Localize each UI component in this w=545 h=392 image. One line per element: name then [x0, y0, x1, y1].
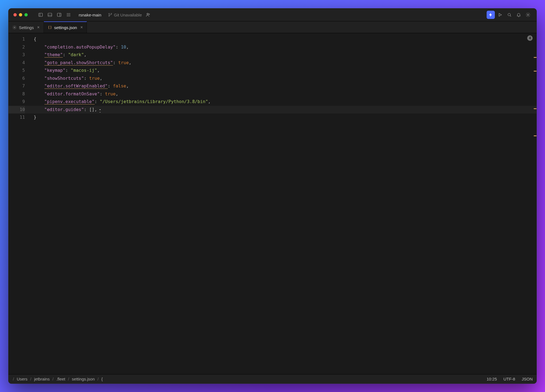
code-line[interactable]: "goto_panel.showShortcuts": true,: [28, 59, 537, 67]
grid-icon: [66, 12, 71, 17]
tab-label: settings.json: [54, 25, 77, 30]
tab-label: Settings: [19, 25, 34, 30]
close-window-button[interactable]: [13, 13, 17, 16]
warning-marker[interactable]: [534, 135, 537, 136]
code-line[interactable]: "editor.guides": [],: [28, 106, 537, 114]
code-line[interactable]: "showShortcuts": true,: [28, 75, 537, 83]
cursor-position[interactable]: 10:25: [487, 377, 497, 381]
code-line[interactable]: "completion.autoPopupDelay": 10,: [28, 43, 537, 51]
line-number: 4: [8, 59, 25, 67]
svg-point-13: [68, 16, 69, 16]
line-number-gutter: 1234567891011: [8, 33, 28, 374]
status-bar: / Users / jetbrains / .fleet / settings.…: [8, 374, 537, 384]
code-line[interactable]: "theme": "dark",: [28, 51, 537, 59]
svg-point-7: [68, 13, 69, 14]
app-window: rsnake-main Git Unavailable: [8, 8, 537, 384]
line-number: 2: [8, 43, 25, 51]
close-icon[interactable]: ×: [37, 25, 39, 30]
problems-badge[interactable]: 4: [527, 35, 533, 41]
window-controls: [13, 13, 28, 16]
smart-mode-button[interactable]: [487, 11, 495, 19]
line-number: 11: [8, 113, 25, 121]
svg-point-6: [67, 13, 67, 14]
right-panel-toggle[interactable]: [55, 11, 63, 19]
settings-button[interactable]: [524, 11, 532, 19]
svg-rect-2: [48, 13, 52, 16]
file-encoding[interactable]: UTF-8: [503, 377, 515, 381]
play-icon: [498, 12, 503, 17]
svg-point-10: [68, 15, 69, 15]
svg-point-8: [69, 13, 70, 14]
code-line[interactable]: {: [28, 35, 537, 43]
svg-rect-0: [39, 13, 42, 16]
svg-point-12: [67, 16, 67, 16]
svg-point-15: [109, 13, 109, 14]
editor[interactable]: 1234567891011 { "completion.autoPopupDel…: [8, 33, 537, 374]
svg-point-21: [508, 13, 510, 16]
scrollbar-markers[interactable]: [533, 33, 537, 374]
code-line[interactable]: "editor.softWrapEnabled": false,: [28, 82, 537, 90]
gear-icon: [526, 12, 530, 17]
line-number: 3: [8, 51, 25, 59]
breadcrumb-segment[interactable]: .fleet: [56, 377, 65, 381]
line-number: 6: [8, 75, 25, 83]
code-line[interactable]: }: [28, 113, 537, 121]
breadcrumb-segment[interactable]: {: [101, 377, 103, 381]
warning-marker[interactable]: [534, 71, 537, 72]
run-button[interactable]: [496, 11, 504, 19]
line-number: 9: [8, 98, 25, 106]
file-language[interactable]: JSON: [522, 377, 533, 381]
search-button[interactable]: [505, 11, 513, 19]
svg-point-11: [69, 15, 70, 15]
git-status[interactable]: Git Unavailable: [108, 13, 142, 17]
notifications-button[interactable]: [515, 11, 523, 19]
svg-rect-4: [57, 13, 61, 16]
line-number: 1: [8, 35, 25, 43]
maximize-window-button[interactable]: [24, 13, 28, 16]
panel-toggle-group: [36, 11, 73, 19]
line-number: 8: [8, 90, 25, 98]
svg-point-23: [527, 14, 529, 16]
svg-point-17: [111, 13, 112, 14]
warning-marker[interactable]: [534, 57, 537, 58]
breadcrumb-segment[interactable]: Users: [17, 377, 27, 381]
close-icon[interactable]: ×: [80, 25, 83, 30]
line-number: 5: [8, 67, 25, 75]
user-plus-icon: [146, 12, 151, 17]
lightning-icon: [488, 12, 493, 17]
bell-icon: [516, 12, 521, 17]
code-line[interactable]: "editor.formatOnSave": true,: [28, 90, 537, 98]
titlebar-right-actions: [487, 11, 532, 19]
app-grid-button[interactable]: [64, 11, 73, 19]
svg-point-16: [109, 15, 109, 16]
breadcrumb-segment[interactable]: jetbrains: [34, 377, 50, 381]
svg-point-9: [67, 15, 67, 15]
search-icon: [507, 12, 512, 17]
code-line[interactable]: "pipenv.executable": "/Users/jetbrains/L…: [28, 98, 537, 106]
breadcrumb-segment[interactable]: settings.json: [72, 377, 95, 381]
branch-icon: [108, 13, 112, 17]
code-line[interactable]: "keymap": "macos-ij",: [28, 67, 537, 75]
bottom-panel-toggle[interactable]: [46, 11, 54, 19]
titlebar: rsnake-main Git Unavailable: [8, 8, 537, 21]
svg-point-14: [69, 16, 70, 16]
svg-line-22: [510, 16, 511, 16]
panel-left-icon: [38, 12, 43, 17]
git-status-label: Git Unavailable: [114, 13, 142, 17]
line-number: 7: [8, 82, 25, 90]
tab-settings-json[interactable]: settings.json ×: [44, 21, 87, 33]
gear-icon: [12, 25, 17, 30]
project-title[interactable]: rsnake-main: [79, 13, 101, 17]
svg-point-18: [147, 13, 148, 15]
minimize-window-button[interactable]: [19, 13, 22, 16]
tab-settings[interactable]: Settings ×: [8, 21, 44, 33]
add-collaborator-button[interactable]: [144, 11, 152, 19]
code-area[interactable]: { "completion.autoPopupDelay": 10, "them…: [28, 33, 537, 374]
braces-icon: [48, 25, 52, 30]
panel-right-icon: [57, 12, 62, 17]
left-panel-toggle[interactable]: [36, 11, 45, 19]
warning-marker[interactable]: [534, 108, 537, 109]
svg-point-24: [14, 27, 15, 28]
panel-bottom-icon: [47, 12, 52, 17]
tab-bar: Settings × settings.json ×: [8, 21, 537, 33]
